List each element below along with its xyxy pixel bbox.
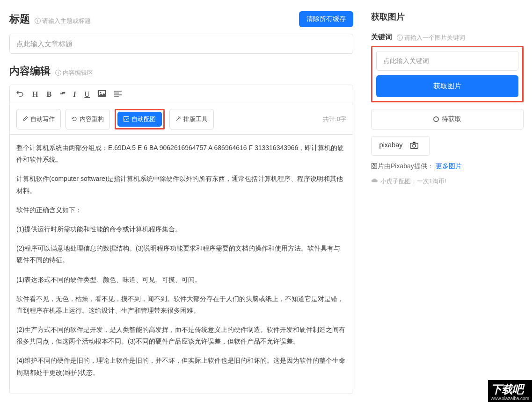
- watermark-url: www.xiazaiba.com: [491, 396, 529, 401]
- content-paragraph: 计算机软件(computer software)是指计算机系统中除硬件以外的所有…: [16, 173, 346, 196]
- content-paragraph: (2)程序可以满意地处理信息的数据结构。(3)说明程序功能要求和程序需要的文档的…: [16, 243, 346, 266]
- provider-text: 图片由Pixabay提供： 更多图片: [371, 162, 524, 171]
- pixabay-logo: pixabay: [371, 136, 430, 156]
- svg-rect-6: [124, 116, 129, 121]
- info-icon: i: [397, 35, 403, 41]
- auto-image-highlight: 自动配图: [115, 109, 165, 129]
- info-icon: i: [35, 18, 41, 24]
- svg-point-1: [100, 92, 101, 93]
- info-icon: i: [55, 70, 61, 76]
- refresh-icon: [72, 116, 77, 123]
- title-hint: i 请输入主题或标题: [35, 17, 91, 25]
- keyword-input[interactable]: [376, 51, 518, 71]
- keyword-hint: i 请输入一个图片关键词: [397, 34, 465, 42]
- wand-icon: [175, 116, 181, 123]
- cloud-icon: [371, 178, 378, 185]
- picture-icon: [124, 116, 129, 123]
- title-label: 标题: [9, 12, 30, 26]
- content-paragraph: (2)生产方式不同的软件是开发，是人类智能的高发挥，而不是传统意义上的硬件制造。…: [16, 324, 346, 347]
- heading-icon[interactable]: H: [32, 90, 38, 99]
- fetch-image-button[interactable]: 获取图片: [376, 75, 518, 97]
- content-paragraph: (1)表达形式不同的硬件类型、颜色、味道、可见、可摸、可闻。: [16, 274, 346, 286]
- content-paragraph: 软件的正确含义如下：: [16, 204, 346, 216]
- auto-write-button[interactable]: 自动写作: [16, 109, 61, 129]
- layout-tool-button[interactable]: 排版工具: [169, 109, 214, 129]
- side-title: 获取图片: [371, 11, 524, 22]
- watermark-text: 下载吧: [491, 382, 529, 397]
- image-icon[interactable]: [98, 90, 106, 99]
- footer-note: 小虎子配图，一次1淘币!: [371, 177, 524, 186]
- title-section-header: 标题 i 请输入主题或标题 清除所有缓存: [9, 11, 353, 27]
- clear-cache-button[interactable]: 清除所有缓存: [299, 11, 353, 27]
- undo-icon[interactable]: [16, 90, 24, 99]
- main-panel: 标题 i 请输入主题或标题 清除所有缓存 内容编辑 i 内容编辑区: [0, 0, 363, 402]
- svg-text:pixabay: pixabay: [379, 141, 403, 148]
- content-edit-hint: i 内容编辑区: [55, 69, 93, 77]
- content-edit-label: 内容编辑: [9, 64, 51, 78]
- keyword-highlight-box: 获取图片: [371, 46, 524, 102]
- italic-icon[interactable]: I: [73, 90, 76, 99]
- keyword-label: 关键词: [371, 33, 392, 42]
- side-panel: 获取图片 关键词 i 请输入一个图片关键词 获取图片 待获取 pixabay: [363, 0, 532, 402]
- content-paragraph: (4)维护不同的硬件是旧的，理论上软件是旧的，并不坏，但实际上软件也是旧的和坏的…: [16, 355, 346, 378]
- pencil-icon: [22, 116, 28, 123]
- watermark: 下载吧 www.xiazaiba.com: [488, 380, 532, 402]
- circle-icon: [433, 116, 439, 122]
- editor: H B ❝❞ I U 自动写作: [9, 85, 353, 394]
- format-toolbar: H B ❝❞ I U: [10, 85, 353, 104]
- content-paragraph: (1)提供运行时所需功能和性能的命令或计算机程序集合。: [16, 223, 346, 235]
- pending-status: 待获取: [371, 109, 524, 129]
- bold-icon[interactable]: B: [46, 90, 51, 99]
- align-left-icon[interactable]: [114, 90, 122, 99]
- content-body[interactable]: 整个计算机系统由两部分组成：E.69DA 5 E 6 BA 9062616964…: [10, 135, 353, 394]
- svg-rect-10: [413, 142, 415, 144]
- title-input[interactable]: [9, 34, 353, 54]
- restructure-button[interactable]: 内容重构: [66, 109, 110, 129]
- more-images-link[interactable]: 更多图片: [436, 162, 462, 170]
- action-toolbar: 自动写作 内容重构 自动配图: [10, 104, 353, 135]
- auto-image-button[interactable]: 自动配图: [117, 112, 162, 127]
- content-paragraph: 软件看不见，无色，枯燥，看不见，摸不到，闻不到。软件大部分存在于人们的头脑或纸上…: [16, 293, 346, 316]
- content-paragraph: 整个计算机系统由两部分组成：E.69DA 5 E 6 BA 9062616964…: [16, 142, 346, 165]
- quote-icon[interactable]: ❝❞: [60, 91, 65, 98]
- char-count: 共计:0字: [323, 115, 346, 123]
- svg-point-9: [413, 144, 415, 147]
- underline-icon[interactable]: U: [84, 90, 90, 99]
